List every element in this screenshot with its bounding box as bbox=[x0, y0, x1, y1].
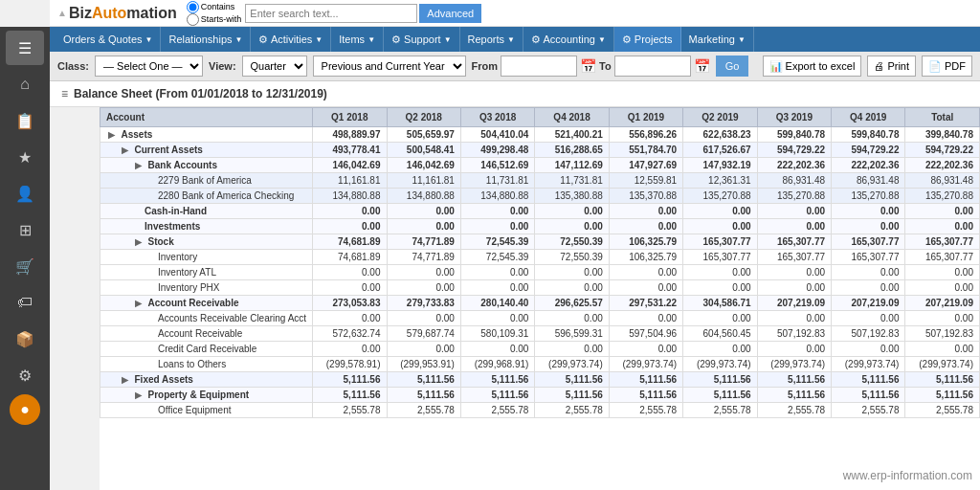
nav-items[interactable]: Items ▼ bbox=[331, 27, 384, 52]
value-cell: 0.00 bbox=[609, 219, 682, 234]
nav-orders-quotes[interactable]: Orders & Quotes ▼ bbox=[56, 27, 161, 52]
tag-icon[interactable]: 🏷 bbox=[6, 285, 44, 320]
nav-projects[interactable]: ⚙ Projects bbox=[614, 27, 681, 52]
table-row: ▶ Property & Equipment5,111.565,111.565,… bbox=[100, 388, 980, 403]
value-cell: 5,111.56 bbox=[535, 388, 609, 403]
from-date-input[interactable] bbox=[501, 56, 577, 77]
pdf-icon: 📄 bbox=[928, 60, 942, 73]
view-select[interactable]: Quarter bbox=[242, 56, 307, 77]
home-icon[interactable]: ⌂ bbox=[6, 67, 44, 101]
contains-radio[interactable]: Contains bbox=[187, 1, 242, 13]
value-cell: 5,111.56 bbox=[905, 388, 980, 403]
value-cell: 579,687.74 bbox=[387, 326, 460, 342]
filter-bar: Class: — Select One — View: Quarter Prev… bbox=[50, 52, 980, 81]
col-q1-2019: Q1 2019 bbox=[609, 108, 682, 127]
value-cell: 0.00 bbox=[757, 280, 831, 296]
value-cell: 0.00 bbox=[683, 311, 757, 326]
collapse-icon[interactable]: ▶ bbox=[135, 390, 145, 400]
collapse-icon[interactable]: ▶ bbox=[108, 130, 118, 140]
value-cell: 207,219.09 bbox=[832, 296, 905, 311]
value-cell: 2,555.78 bbox=[757, 403, 831, 418]
collapse-icon[interactable]: ▶ bbox=[135, 161, 145, 170]
value-cell: 0.00 bbox=[609, 311, 682, 326]
col-q4-2018: Q4 2018 bbox=[535, 108, 609, 127]
value-cell: 5,111.56 bbox=[387, 372, 460, 388]
printer-icon: 🖨 bbox=[874, 60, 884, 72]
table-row: ▶ Stock74,681.8974,771.8972,545.3972,550… bbox=[100, 234, 980, 250]
class-select[interactable]: — Select One — bbox=[95, 56, 203, 77]
col-q2-2018: Q2 2018 bbox=[387, 108, 460, 127]
top-bar: ▲ BizAutomation Contains Starts-with Adv… bbox=[50, 0, 980, 27]
value-cell: 0.00 bbox=[905, 219, 980, 234]
search-input[interactable] bbox=[245, 4, 417, 23]
value-cell: 297,531.22 bbox=[609, 296, 682, 311]
grid-icon[interactable]: ⊞ bbox=[6, 212, 44, 247]
account-cell: Investments bbox=[100, 219, 313, 234]
star-icon[interactable]: ★ bbox=[6, 140, 44, 174]
table-row: Investments0.000.000.000.000.000.000.000… bbox=[100, 219, 980, 234]
settings-icon[interactable]: ⚙ bbox=[6, 358, 44, 392]
value-cell: 0.00 bbox=[757, 219, 831, 234]
nav-marketing[interactable]: Marketing ▼ bbox=[681, 27, 754, 52]
nav-accounting[interactable]: ⚙ Accounting ▼ bbox=[523, 27, 614, 52]
export-excel-button[interactable]: 📊 Export to excel bbox=[763, 56, 862, 77]
value-cell: 5,111.56 bbox=[757, 372, 831, 388]
value-cell: 0.00 bbox=[313, 219, 387, 234]
collapse-icon[interactable]: ▶ bbox=[122, 375, 131, 385]
value-cell: 2,555.78 bbox=[609, 403, 682, 418]
value-cell: 0.00 bbox=[905, 204, 980, 219]
value-cell: 0.00 bbox=[683, 219, 757, 234]
account-cell: Loans to Others bbox=[100, 357, 313, 372]
user-icon[interactable]: 👤 bbox=[6, 176, 44, 211]
cart-icon[interactable]: 🛒 bbox=[6, 249, 44, 283]
pdf-button[interactable]: 📄 PDF bbox=[922, 56, 972, 77]
collapse-icon[interactable]: ▶ bbox=[122, 145, 131, 155]
go-button[interactable]: Go bbox=[716, 56, 749, 77]
value-cell: 0.00 bbox=[832, 204, 905, 219]
nav-support[interactable]: ⚙ Support ▼ bbox=[384, 27, 460, 52]
menu-icon[interactable]: ☰ bbox=[6, 31, 44, 65]
starts-with-radio[interactable]: Starts-with bbox=[187, 13, 242, 26]
value-cell: 5,111.56 bbox=[460, 388, 534, 403]
period-select[interactable]: Previous and Current Year bbox=[313, 56, 466, 77]
value-cell: 280,140.40 bbox=[460, 296, 534, 311]
nav-reports[interactable]: Reports ▼ bbox=[460, 27, 523, 52]
value-cell: 0.00 bbox=[535, 280, 609, 296]
value-cell: (299,953.91) bbox=[387, 357, 460, 372]
value-cell: 135,270.88 bbox=[757, 189, 831, 204]
calendar-from-icon[interactable]: 📅 bbox=[580, 58, 596, 74]
value-cell: 146,042.69 bbox=[313, 158, 387, 173]
value-cell: 0.00 bbox=[757, 265, 831, 280]
calendar-to-icon[interactable]: 📅 bbox=[694, 58, 710, 74]
account-cell: ▶ Current Assets bbox=[100, 143, 313, 158]
value-cell: 72,545.39 bbox=[460, 234, 534, 250]
print-button[interactable]: 🖨 Print bbox=[867, 56, 916, 77]
value-cell: 135,370.88 bbox=[609, 189, 682, 204]
value-cell: 0.00 bbox=[905, 342, 980, 357]
value-cell: 134,880.88 bbox=[387, 189, 460, 204]
account-cell: 2280 Bank of America Checking bbox=[100, 189, 313, 204]
value-cell: (299,973.74) bbox=[905, 357, 980, 372]
collapse-icon[interactable]: ▶ bbox=[135, 299, 145, 308]
main-content: Account Q1 2018 Q2 2018 Q3 2018 Q4 2018 … bbox=[100, 107, 980, 490]
orange-circle-icon[interactable]: ● bbox=[10, 394, 40, 425]
value-cell: 165,307.77 bbox=[683, 250, 757, 265]
table-row: Credit Card Receivable0.000.000.000.000.… bbox=[100, 342, 980, 357]
value-cell: 0.00 bbox=[757, 204, 831, 219]
search-wrap: Advanced bbox=[245, 4, 481, 23]
collapse-icon[interactable]: ▶ bbox=[135, 237, 145, 247]
value-cell: 0.00 bbox=[905, 280, 980, 296]
value-cell: 0.00 bbox=[313, 265, 387, 280]
table-row: Inventory PHX0.000.000.000.000.000.000.0… bbox=[100, 280, 980, 296]
box-icon[interactable]: 📦 bbox=[6, 322, 44, 356]
value-cell: 622,638.23 bbox=[683, 127, 757, 143]
document-icon[interactable]: 📋 bbox=[6, 103, 44, 138]
advanced-search-button[interactable]: Advanced bbox=[419, 4, 481, 23]
value-cell: 0.00 bbox=[535, 219, 609, 234]
nav-relationships[interactable]: Relationships ▼ bbox=[161, 27, 251, 52]
value-cell: 596,599.31 bbox=[535, 326, 609, 342]
nav-activities[interactable]: ⚙ Activities ▼ bbox=[251, 27, 331, 52]
to-date-input[interactable] bbox=[614, 56, 691, 77]
value-cell: 0.00 bbox=[313, 342, 387, 357]
value-cell: 0.00 bbox=[905, 265, 980, 280]
